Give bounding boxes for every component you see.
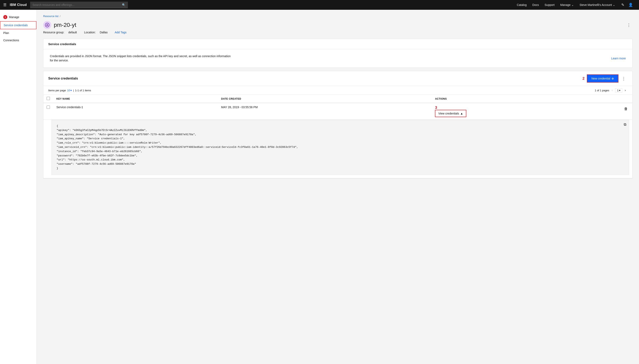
sidebar-connections-label: Connections [3, 39, 19, 42]
account-chevron-icon: ⌄ [613, 3, 615, 6]
page-overflow-icon[interactable]: ⋮ [625, 21, 632, 29]
info-card: Service credentials Credentials are prov… [43, 39, 632, 68]
ibm-cloud-logo: IBM Cloud [10, 3, 27, 7]
json-line: "iam_apikey_name": "Service credentials-… [57, 137, 624, 141]
search-icon: 🔍 [122, 3, 125, 6]
delete-header [620, 95, 632, 103]
pagination-bar: Items per page 10 ▾ | 1-1 of 1 items 1 o… [43, 86, 632, 95]
table-row: Service credentials-1 MAY 28, 2019 - 03:… [43, 103, 632, 120]
table-header-row: KEY NAME DATE CREATED ACTIONS [43, 95, 632, 103]
json-copy-button[interactable]: ⧉ [624, 122, 626, 127]
info-card-title: Service credentials [48, 42, 76, 46]
current-page-input: 1 ▾ [615, 88, 622, 92]
delete-cell: 🗑 [620, 103, 632, 120]
json-line: "instance_id": "feb37c94-9a5e-4843-b71e-… [57, 150, 624, 154]
delete-credential-button[interactable]: 🗑 [623, 106, 629, 112]
sidebar-manage-badge: 1 [3, 15, 7, 19]
manage-menu[interactable]: Manage ⌄ [558, 3, 576, 6]
docs-link[interactable]: Docs [530, 3, 541, 6]
json-panel: ⧉ { "apikey": "kD6Sg3faC2pM4qp5b7EtSr4Az… [52, 120, 629, 175]
nav-links: Catalog Docs Support Manage ⌄ Steve Mart… [514, 2, 636, 8]
page-meta: Resource group: default Location: Dallas… [43, 31, 632, 34]
items-count: 1-1 of 1 items [75, 89, 91, 92]
actions-header: ACTIONS [432, 95, 620, 103]
items-per-page-chevron: ▾ [70, 89, 72, 92]
sidebar-item-connections[interactable]: Connections [0, 36, 37, 44]
json-line: "password": "702b6e7f-e63b-4fbe-b82f-7c0… [57, 154, 624, 158]
items-separator: | [73, 89, 74, 92]
resource-list-link[interactable]: Resource list [43, 15, 58, 18]
add-tags-link[interactable]: Add Tags [115, 31, 126, 34]
edit-icon[interactable]: ✎ [620, 2, 625, 8]
account-label: Steve Martinelli's Account [579, 3, 612, 6]
json-content: { "apikey": "kD6Sg3faC2pM4qp5b7EtSr4AzZZ… [57, 124, 624, 170]
menu-icon[interactable]: ☰ [3, 3, 7, 7]
sidebar-item-manage[interactable]: 1 Manage [0, 13, 37, 21]
search-input[interactable] [33, 3, 120, 6]
sidebar-item-plan[interactable]: Plan [0, 29, 37, 36]
key-name-header: KEY NAME [53, 95, 218, 103]
actions-cell: 3 View credentials ▲ [432, 103, 620, 120]
sidebar-plan-label: Plan [3, 31, 9, 34]
json-line: { [57, 124, 624, 128]
location-label: Location: [84, 31, 96, 34]
service-icon [43, 21, 51, 29]
pagination-left: Items per page 10 ▾ | 1-1 of 1 items [48, 89, 91, 92]
page-title: pm-20-yt [54, 22, 76, 28]
svg-point-1 [47, 24, 48, 25]
catalog-link[interactable]: Catalog [514, 3, 529, 6]
view-credentials-label: View credentials [438, 112, 459, 115]
info-card-text: Credentials are provided in JSON format.… [50, 54, 233, 63]
json-line: "iam_role_crn": "crn:v1:bluemix:public:i… [57, 141, 624, 145]
support-link[interactable]: Support [542, 3, 557, 6]
sidebar: 1 Manage Service credentials Plan Connec… [0, 10, 37, 364]
date-created-header: DATE CREATED [218, 95, 432, 103]
current-page-value: 1 [617, 89, 618, 92]
table-actions: 2 New credential ⊕ ⋮ [582, 74, 627, 82]
json-line: "apikey": "kD6Sg3faC2pM4qp5b7EtSr4AzZZuv… [57, 128, 624, 132]
json-line: } [57, 166, 624, 170]
json-line: "iam_apikey_description": "Auto-generate… [57, 132, 624, 137]
breadcrumb-separator: / [60, 15, 61, 18]
top-navigation: ☰ IBM Cloud 🔍 Catalog Docs Support Manag… [0, 0, 639, 10]
next-page-button[interactable]: › [623, 88, 627, 93]
main-content: Resource list / pm-20-yt ⋮ Resource grou… [37, 10, 639, 364]
pages-label: 1 of 1 pages [595, 89, 609, 92]
json-line: "username": "adf5708f-7279-4c56-ad69-506… [57, 162, 624, 166]
account-menu[interactable]: Steve Martinelli's Account ⌄ [577, 3, 618, 6]
row-checkbox-cell [43, 103, 53, 120]
sidebar-manage-label: Manage [9, 16, 19, 19]
credentials-table-card: Service credentials 2 New credential ⊕ ⋮… [43, 71, 632, 178]
pagination-right: 1 of 1 pages ‹ 1 ▾ › [595, 88, 627, 93]
json-expansion-row: ⧉ { "apikey": "kD6Sg3faC2pM4qp5b7EtSr4Az… [43, 120, 632, 178]
date-created-cell: MAY 28, 2019 - 03:55:56 PM [218, 103, 432, 120]
info-card-body: Credentials are provided in JSON format.… [43, 49, 632, 68]
table-title: Service credentials [48, 77, 78, 80]
select-all-checkbox[interactable] [47, 97, 50, 100]
nav-icon-group: ✎ 👤 [618, 2, 636, 8]
json-line: "iam_serviceid_crn": "crn:v1:bluemix:pub… [57, 145, 624, 150]
search-bar[interactable]: 🔍 [30, 2, 128, 8]
step-3-badge: 3 [435, 106, 437, 110]
user-icon[interactable]: 👤 [627, 2, 634, 8]
view-credentials-button[interactable]: View credentials ▲ [435, 110, 466, 117]
sidebar-service-credentials-label: Service credentials [4, 24, 28, 27]
credential-date: MAY 28, 2019 - 03:55:56 PM [221, 106, 258, 109]
table-overflow-button[interactable]: ⋮ [620, 74, 627, 82]
manage-label: Manage [560, 3, 571, 6]
resource-group-value: default [68, 31, 77, 34]
sidebar-item-service-credentials[interactable]: Service credentials [0, 21, 37, 29]
step-2-badge: 2 [582, 76, 584, 81]
new-credential-button[interactable]: New credential ⊕ [587, 74, 618, 82]
row-checkbox[interactable] [47, 106, 50, 109]
items-per-page-select[interactable]: 10 ▾ [67, 89, 72, 92]
prev-page-button[interactable]: ‹ [610, 88, 614, 93]
location-value: Dallas [100, 31, 108, 34]
svg-point-0 [45, 23, 49, 27]
table-header: Service credentials 2 New credential ⊕ ⋮ [43, 71, 632, 86]
learn-more-link[interactable]: Learn more [611, 57, 626, 60]
credential-name-cell: Service credentials-1 [53, 103, 218, 120]
items-per-page-label: Items per page [48, 89, 66, 92]
page-header: pm-20-yt ⋮ [43, 21, 632, 29]
page-chevron-icon: ▾ [619, 89, 620, 92]
